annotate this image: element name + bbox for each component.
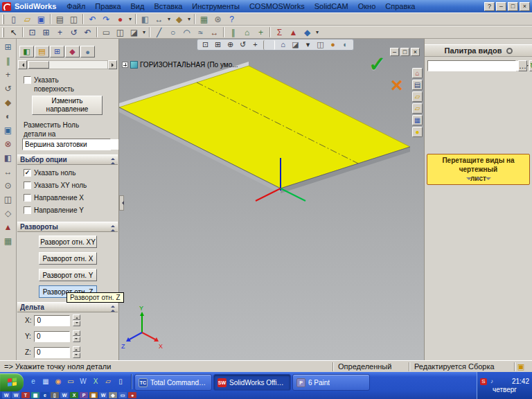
spinner-up-button[interactable]: [73, 314, 80, 320]
dropdown-arrow-icon[interactable]: ▾: [166, 14, 172, 25]
home-icon[interactable]: ⌂: [412, 68, 423, 78]
rebuild-icon[interactable]: ●: [114, 14, 127, 25]
views-icon[interactable]: ▤: [412, 80, 423, 90]
quicklaunch-doc-icon[interactable]: T: [21, 392, 30, 398]
option-checkbox[interactable]: ✓: [24, 169, 31, 177]
quicklaunch-doc-icon[interactable]: X: [70, 392, 78, 398]
dropdown-arrow-icon[interactable]: ▾: [186, 14, 192, 25]
arc-tool-icon[interactable]: ◠: [180, 27, 193, 38]
solidworks-tray-icon[interactable]: S: [480, 378, 487, 385]
assembly-edit-icon[interactable]: ▣: [515, 362, 526, 371]
redo-icon[interactable]: ↷: [100, 14, 113, 25]
solidcam-icon[interactable]: ◆: [301, 27, 314, 38]
quicklaunch-doc-icon[interactable]: ●: [128, 392, 136, 398]
zoom-area-icon[interactable]: ⊞: [39, 27, 53, 38]
pm-tab-featuremanager-icon[interactable]: ◧: [19, 46, 34, 57]
folder-icon[interactable]: ▱: [412, 91, 423, 102]
display-style-icon[interactable]: ◪: [290, 40, 301, 50]
view-palette-combo-value[interactable]: [428, 61, 524, 71]
delta-group-header[interactable]: Дельта: [17, 302, 118, 312]
media-player-icon[interactable]: ◉: [53, 376, 64, 387]
mass-properties-icon[interactable]: ⊙: [1, 180, 15, 191]
quicklaunch-doc-icon[interactable]: W: [2, 392, 10, 398]
feature-tree-item[interactable]: ГОРИЗОНТАЛЬНАЯ (По умо...: [122, 61, 238, 69]
rotate-y-button[interactable]: Разворот отн. Y: [39, 269, 97, 281]
interference-icon[interactable]: ◧: [1, 152, 15, 163]
change-direction-button[interactable]: Изменить направление: [32, 96, 103, 115]
close-button[interactable]: ×: [520, 2, 530, 11]
ie-icon[interactable]: e: [28, 376, 39, 387]
menu-view[interactable]: Вид: [126, 1, 150, 11]
task-button-total-commander[interactable]: TC Total Commander 7.5...: [134, 374, 212, 391]
mail-icon[interactable]: ▭: [65, 376, 76, 387]
task-button-solidworks[interactable]: SW SolidWorks Office Pre...: [213, 374, 291, 391]
edit-component-icon[interactable]: ▣: [1, 125, 15, 136]
rotate-xy-button[interactable]: Разворот отн. XY: [39, 236, 97, 248]
bulb-icon[interactable]: ●: [412, 127, 423, 137]
help-icon[interactable]: ?: [484, 2, 495, 11]
new-document-icon[interactable]: ▯: [7, 14, 20, 25]
rotate-x-button[interactable]: Разворот отн. X: [39, 252, 97, 265]
view-orientation-icon[interactable]: ⌂: [277, 40, 289, 50]
menu-insert[interactable]: Вставка: [149, 1, 187, 11]
quicklaunch-doc-icon[interactable]: W: [99, 392, 107, 398]
pan-icon[interactable]: +: [53, 27, 66, 38]
cosmos-results-icon[interactable]: ▲: [287, 27, 300, 38]
child-restore-button[interactable]: □: [400, 48, 409, 56]
toolbar-grip[interactable]: [2, 15, 4, 24]
start-button[interactable]: [0, 373, 24, 391]
part-top-face[interactable]: [119, 66, 410, 188]
scroll-right-button[interactable]: [108, 60, 117, 69]
undo-icon[interactable]: ↶: [86, 14, 99, 25]
dropdown-arrow-icon[interactable]: ▾: [141, 27, 147, 38]
minimize-button[interactable]: –: [496, 2, 506, 11]
separator[interactable]: [135, 14, 136, 24]
zero-location-combobox[interactable]: [22, 139, 111, 150]
rotations-group-header[interactable]: Развороты: [17, 222, 118, 232]
zero-location-value[interactable]: [23, 139, 118, 150]
zoom-fit-icon[interactable]: ⊡: [200, 40, 211, 50]
menu-file[interactable]: Файл: [62, 1, 90, 11]
pm-tab-configurationmanager-icon[interactable]: ⊞: [50, 46, 64, 57]
refresh-icon[interactable]: ↻: [529, 60, 532, 71]
mate-icon[interactable]: ∥: [227, 27, 240, 38]
confirm-check-icon[interactable]: ✓: [369, 54, 386, 75]
quicklaunch-doc-icon[interactable]: ◆: [109, 392, 117, 398]
insert-component-icon[interactable]: ⌂: [240, 27, 254, 38]
dropdown-arrow-icon[interactable]: ▾: [302, 40, 314, 50]
scene-icon[interactable]: ◐: [339, 40, 351, 50]
quicklaunch-doc-icon[interactable]: ▯: [51, 392, 59, 398]
delta-z-field[interactable]: [34, 347, 70, 358]
view-palette-combobox[interactable]: [427, 60, 516, 71]
circle-tool-icon[interactable]: ○: [166, 27, 179, 38]
spinner-down-button[interactable]: [73, 337, 80, 342]
quicklaunch-doc-icon[interactable]: ▦: [31, 392, 39, 398]
help-icon[interactable]: ?: [225, 14, 238, 25]
menu-solidcam[interactable]: SolidCAM: [310, 1, 353, 11]
measure-icon[interactable]: ↔: [1, 166, 15, 177]
option-checkbox[interactable]: [24, 194, 31, 202]
word-icon[interactable]: W: [78, 376, 89, 387]
explorer-icon[interactable]: ▱: [103, 376, 114, 387]
view-settings-icon[interactable]: ▦: [197, 14, 211, 25]
cosmos-study-icon[interactable]: Σ: [273, 27, 286, 38]
menu-help[interactable]: Справка: [380, 1, 420, 11]
spline-tool-icon[interactable]: ≈: [194, 27, 207, 38]
option-checkbox[interactable]: [24, 181, 31, 189]
section-view-icon[interactable]: ◫: [314, 40, 326, 50]
quicklaunch-doc-icon[interactable]: W: [12, 392, 20, 398]
graphics-viewport[interactable]: Y X Z ⊡⊞⊕↺+⌂◪▾◫●◐ –□× ГОРИЗОНТАЛЬНАЯ (По…: [119, 39, 424, 360]
cancel-x-icon[interactable]: ×: [391, 75, 403, 96]
separator[interactable]: [22, 27, 24, 37]
mate-icon[interactable]: ∥: [1, 55, 15, 66]
browse-button[interactable]: …: [518, 60, 527, 71]
spinner-up-button[interactable]: [73, 346, 80, 352]
scroll-thumb[interactable]: [28, 61, 49, 69]
simulation-icon[interactable]: ▲: [1, 222, 15, 233]
restore-button[interactable]: □: [508, 2, 518, 11]
pm-tab-dimxpert-icon[interactable]: ◆: [65, 46, 80, 57]
pm-tab-displaymanager-icon[interactable]: ●: [80, 46, 95, 57]
dropdown-arrow-icon[interactable]: ▾: [127, 14, 133, 25]
quicklaunch-doc-icon[interactable]: ▭: [118, 392, 127, 398]
task-button-paint[interactable]: P 6 Paint: [292, 374, 370, 391]
